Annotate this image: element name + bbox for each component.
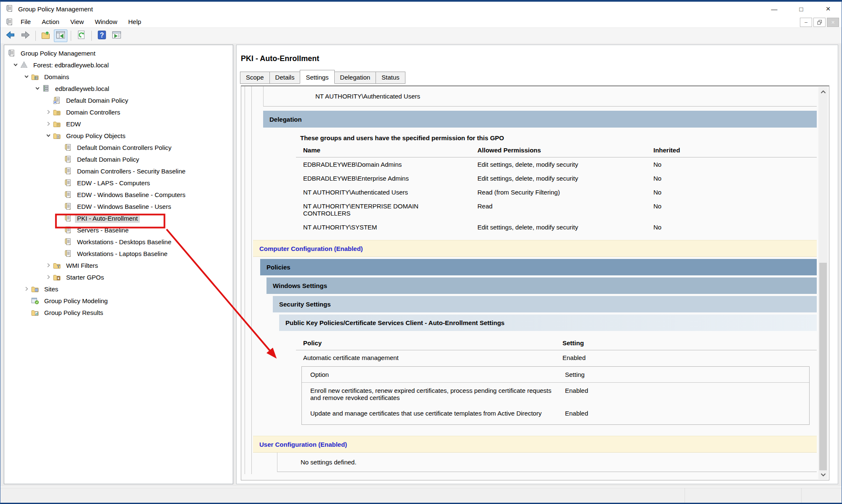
delegation-inherited: No	[653, 161, 817, 168]
back-arrow-icon	[5, 30, 16, 42]
title-bar: Group Policy Management — □ ×	[0, 2, 842, 16]
delegation-permissions: Edit settings, delete, modify security	[477, 224, 653, 231]
chevron-expanded-icon[interactable]	[22, 74, 31, 79]
tree-item-default-domain-policy[interactable]: Default Domain Policy	[4, 94, 233, 106]
console-tree-toggle-button[interactable]	[54, 29, 67, 42]
delegation-inherited: No	[653, 189, 817, 196]
menu-bar: FileActionViewWindowHelp – ×	[0, 16, 842, 28]
chevron-collapsed-icon[interactable]	[44, 121, 53, 126]
tree-item-group-policy-results[interactable]: Group Policy Results	[4, 307, 233, 318]
window-title: Group Policy Management	[18, 5, 93, 13]
tree-item-edw-laps-computers[interactable]: EDW - LAPS - Computers	[4, 177, 233, 189]
minimize-button[interactable]: —	[761, 2, 788, 16]
menu-action[interactable]: Action	[36, 17, 65, 27]
toolbar-separator	[35, 31, 36, 41]
chevron-collapsed-icon[interactable]	[44, 109, 53, 115]
tree-item-group-policy-objects[interactable]: Group Policy Objects	[4, 130, 233, 141]
details-pane: PKI - Auto-Enrollment ScopeDetailsSettin…	[236, 45, 838, 484]
tree-item-label: WMI Filters	[64, 261, 100, 270]
wmi-icon	[53, 261, 61, 269]
delegation-permissions: Edit settings, delete, modify security	[477, 161, 653, 168]
report-scrollbar[interactable]	[818, 87, 828, 479]
policies-section-header[interactable]: Policies	[260, 259, 817, 275]
tab-details[interactable]: Details	[269, 72, 301, 84]
tree-item-label: EDW - Windows Baseline - Users	[75, 202, 173, 211]
security-settings-section-header[interactable]: Security Settings	[273, 296, 817, 312]
tree-item-label: edbradleyweb.local	[53, 84, 111, 93]
tree-item-group-policy-modeling[interactable]: Group Policy Modeling	[4, 295, 233, 307]
tree-item-forest-edbradleyweb-local[interactable]: Forest: edbradleyweb.local	[4, 59, 233, 71]
column-header-name: Name	[303, 147, 477, 154]
public-key-policies-section-header[interactable]: Public Key Policies/Certificate Services…	[279, 315, 817, 331]
menu-help[interactable]: Help	[123, 17, 147, 27]
tree-item-label: Starter GPOs	[64, 273, 106, 282]
mdi-close-button[interactable]: ×	[827, 18, 839, 27]
tree-item-pki-auto-enrollment[interactable]: PKI - Auto-Enrollment	[4, 212, 233, 224]
tree-item-workstations-laptops-baseline[interactable]: Workstations - Laptops Baseline	[4, 248, 233, 259]
column-header-setting: Setting	[562, 339, 817, 347]
computer-configuration-label: Computer Configuration (Enabled)	[259, 245, 363, 252]
tree-item-edw-windows-baseline-computers[interactable]: EDW - Windows Baseline - Computers	[4, 189, 233, 200]
refresh-icon	[76, 30, 86, 42]
tree-item-default-domain-policy[interactable]: Default Domain Policy	[4, 153, 233, 165]
svg-text:?: ?	[100, 32, 104, 39]
toolbar-separator	[91, 31, 92, 41]
tree-item-domains[interactable]: Domains	[4, 71, 233, 83]
mdi-minimize-button[interactable]: –	[800, 18, 812, 27]
tree-item-label: EDW	[64, 120, 83, 128]
tree-item-edw[interactable]: EDW	[4, 118, 233, 130]
computer-configuration-header[interactable]: Computer Configuration (Enabled)	[253, 240, 817, 257]
user-configuration-header[interactable]: User Configuration (Enabled)	[253, 436, 817, 453]
tree-item-domain-controllers-security-baseline[interactable]: Domain Controllers - Security Baseline	[4, 165, 233, 177]
close-button[interactable]: ×	[815, 2, 842, 16]
chevron-collapsed-icon[interactable]	[44, 263, 53, 268]
gpo-icon	[64, 144, 72, 151]
tab-scope[interactable]: Scope	[240, 72, 270, 84]
tree-item-edbradleyweb-local[interactable]: edbradleyweb.local	[4, 83, 233, 94]
scroll-down-icon[interactable]	[818, 470, 828, 479]
back-arrow-button[interactable]	[4, 29, 17, 42]
chevron-expanded-icon[interactable]	[33, 86, 42, 91]
tree-item-label: Group Policy Management	[19, 49, 98, 58]
option-row: Enroll new certificates, renew expired c…	[302, 383, 809, 405]
column-header-option: Option	[310, 371, 565, 378]
tree-item-wmi-filters[interactable]: WMI Filters	[4, 259, 233, 271]
domains-icon	[31, 73, 40, 80]
windows-settings-section-header[interactable]: Windows Settings	[266, 277, 817, 294]
tab-delegation[interactable]: Delegation	[334, 72, 376, 84]
console-tree-toggle-icon	[56, 30, 66, 42]
new-window-button[interactable]	[110, 29, 123, 42]
tree-item-starter-gpos[interactable]: Starter GPOs	[4, 271, 233, 283]
tree-item-edw-windows-baseline-users[interactable]: EDW - Windows Baseline - Users	[4, 200, 233, 212]
maximize-button[interactable]: □	[788, 2, 815, 16]
tree-item-servers-baseline[interactable]: Servers - Baseline	[4, 224, 233, 236]
help-button[interactable]: ?	[95, 29, 109, 42]
chevron-collapsed-icon[interactable]	[22, 286, 31, 291]
tree-item-sites[interactable]: Sites	[4, 283, 233, 295]
delegation-row: EDBRADLEYWEB\Domain AdminsEdit settings,…	[296, 157, 817, 171]
scrollbar-thumb[interactable]	[819, 263, 827, 470]
scroll-up-icon[interactable]	[818, 87, 828, 96]
chevron-expanded-icon[interactable]	[11, 62, 20, 67]
tab-status[interactable]: Status	[376, 72, 405, 84]
tab-settings[interactable]: Settings	[300, 70, 334, 84]
forward-arrow-button[interactable]	[19, 29, 32, 42]
menu-view[interactable]: View	[65, 17, 89, 27]
main-area: Group Policy ManagementForest: edbradley…	[0, 43, 842, 487]
tree-item-workstations-desktops-baseline[interactable]: Workstations - Desktops Baseline	[4, 236, 233, 248]
chevron-collapsed-icon[interactable]	[44, 275, 53, 280]
option-setting: Enabled	[565, 387, 809, 401]
delegation-section-header[interactable]: Delegation	[263, 111, 817, 128]
refresh-button[interactable]	[75, 29, 88, 42]
tree-item-domain-controllers[interactable]: Domain Controllers	[4, 106, 233, 118]
tree-item-group-policy-management[interactable]: Group Policy Management	[4, 47, 233, 59]
menu-file[interactable]: File	[15, 17, 36, 27]
gpo-title: PKI - Auto-Enrollment	[241, 54, 319, 63]
menu-window[interactable]: Window	[89, 17, 123, 27]
policies-label: Policies	[266, 264, 290, 271]
tree-item-default-domain-controllers-policy[interactable]: Default Domain Controllers Policy	[4, 141, 233, 153]
policy-name: Automatic certificate management	[303, 354, 562, 361]
mdi-restore-button[interactable]	[813, 18, 826, 27]
export-list-button[interactable]	[39, 29, 53, 42]
chevron-expanded-icon[interactable]	[44, 133, 53, 138]
